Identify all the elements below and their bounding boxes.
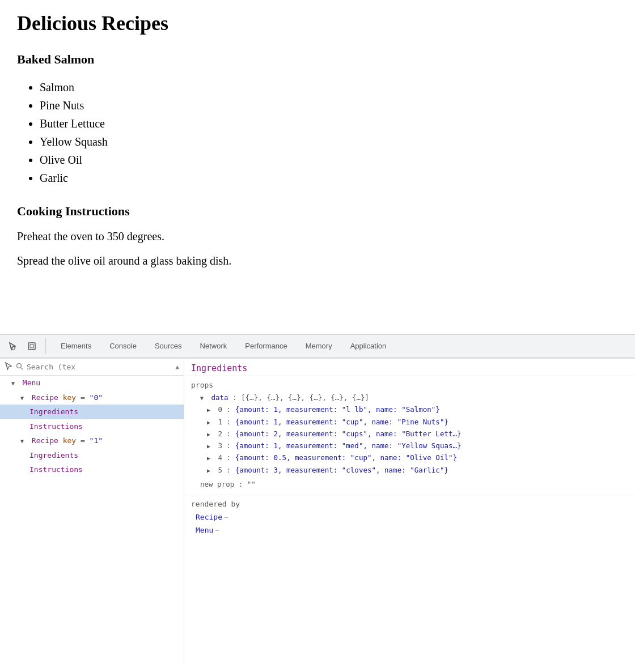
inspect-icon[interactable] (24, 338, 40, 354)
svg-line-4 (21, 368, 23, 369)
tab-application[interactable]: Application (341, 335, 396, 358)
instruction-1: Preheat the oven to 350 degrees. (17, 230, 618, 243)
tab-network[interactable]: Network (191, 335, 236, 358)
prop-item-2[interactable]: ▶ 2 : {amount: 2, measurement: "cups", n… (191, 428, 628, 440)
search-input[interactable] (27, 363, 172, 371)
tree-recipe-1[interactable]: ▼ Recipe key = "1" (0, 433, 184, 448)
tree-menu[interactable]: ▼ Menu (0, 376, 184, 390)
svg-rect-2 (30, 344, 33, 348)
svg-rect-1 (28, 343, 35, 350)
props-label: props (191, 381, 628, 389)
tree-instructions-0[interactable]: Instructions (0, 419, 184, 434)
devtools-tabs: Elements Console Sources Network Perform… (52, 335, 395, 358)
rendered-by-menu-arrow: – (215, 525, 219, 535)
devtools-right-panel: Ingredients props ▼ data : [{…}, {…}, {…… (184, 359, 635, 666)
prop-item-0[interactable]: ▶ 0 : {amount: 1, measurement: "l lb", n… (191, 403, 628, 415)
devtools-panel: ▲ ▼ Menu ▼ Recipe key = "0" Ingredients … (0, 358, 635, 666)
prop-new-prop: new prop : "" (191, 478, 628, 490)
component-header: Ingredients (184, 359, 635, 376)
search-icon (16, 363, 23, 372)
page-title: Delicious Recipes (17, 11, 618, 35)
list-item: Pine Nuts (40, 96, 618, 114)
component-name: Ingredients (191, 363, 247, 373)
tree-instructions-1[interactable]: Instructions (0, 462, 184, 477)
list-item: Yellow Squash (40, 133, 618, 151)
devtools-toolbar: Elements Console Sources Network Perform… (0, 334, 635, 358)
tab-memory[interactable]: Memory (297, 335, 341, 358)
prop-item-1[interactable]: ▶ 1 : {amount: 1, measurement: "cup", na… (191, 416, 628, 428)
rendered-by-recipe-arrow: – (225, 512, 228, 522)
select-cursor-icon[interactable] (5, 362, 12, 372)
rendered-by-section: rendered by Recipe – Menu – (184, 495, 635, 542)
tab-console[interactable]: Console (100, 335, 146, 358)
list-item: Butter Lettuce (40, 114, 618, 133)
rendered-by-recipe[interactable]: Recipe – (191, 511, 628, 524)
cursor-icon[interactable] (5, 338, 20, 354)
ingredients-list: Salmon Pine Nuts Butter Lettuce Yellow S… (17, 78, 618, 187)
tab-elements[interactable]: Elements (52, 335, 100, 358)
arrow-up-icon[interactable]: ▲ (175, 363, 179, 371)
devtools-sidebar: ▲ ▼ Menu ▼ Recipe key = "0" Ingredients … (0, 359, 184, 666)
search-bar: ▲ (0, 359, 184, 376)
prop-item-4[interactable]: ▶ 4 : {amount: 0.5, measurement: "cup", … (191, 452, 628, 463)
list-item: Olive Oil (40, 151, 618, 169)
tree-recipe-0[interactable]: ▼ Recipe key = "0" (0, 390, 184, 405)
rendered-by-label: rendered by (191, 500, 628, 508)
instruction-2: Spread the olive oil around a glass baki… (17, 254, 618, 267)
recipe-name: Baked Salmon (17, 52, 618, 67)
cooking-heading: Cooking Instructions (17, 204, 618, 219)
prop-data-row[interactable]: ▼ data : [{…}, {…}, {…}, {…}, {…}, {…}] (191, 392, 628, 403)
tab-sources[interactable]: Sources (146, 335, 191, 358)
tab-performance[interactable]: Performance (236, 335, 296, 358)
devtools-icon-group (5, 338, 46, 354)
tree-ingredients-1[interactable]: Ingredients (0, 448, 184, 463)
list-item: Garlic (40, 169, 618, 187)
svg-point-3 (17, 363, 22, 368)
tree-ingredients-0[interactable]: Ingredients (0, 405, 184, 419)
prop-item-5[interactable]: ▶ 5 : {amount: 3, measurement: "cloves",… (191, 464, 628, 476)
main-content: Delicious Recipes Baked Salmon Salmon Pi… (0, 0, 635, 334)
rendered-by-menu[interactable]: Menu – (191, 524, 628, 537)
props-section: props ▼ data : [{…}, {…}, {…}, {…}, {…},… (184, 376, 635, 495)
prop-item-3[interactable]: ▶ 3 : {amount: 1, measurement: "med", na… (191, 440, 628, 452)
list-item: Salmon (40, 78, 618, 96)
